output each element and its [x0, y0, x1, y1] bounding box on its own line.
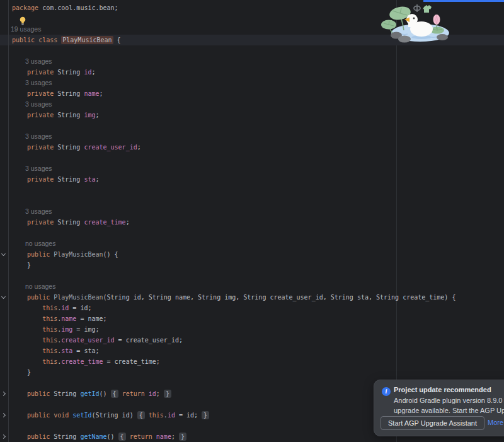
info-circle-icon: i — [382, 387, 391, 396]
fold-collapsed-icon[interactable] — [1, 434, 6, 439]
code-token: name — [61, 315, 76, 322]
code-token: img — [61, 326, 72, 333]
code-token: (String id) — [91, 412, 137, 419]
notification-body-line1: Android Gradle plugin version 8.9.0 has … — [394, 397, 504, 404]
code-token: String — [54, 90, 84, 97]
code-token: private — [12, 90, 54, 97]
editor-window: package com.cool.music.bean;19 usagespub… — [0, 0, 504, 442]
code-line[interactable]: this.name = name; — [0, 313, 504, 324]
intention-bulb-icon[interactable] — [19, 16, 26, 26]
code-token: } — [202, 411, 209, 419]
blank-line — [0, 45, 504, 56]
code-token: String — [54, 112, 84, 119]
code-token: String — [50, 433, 80, 440]
code-token: } — [12, 262, 31, 269]
code-token: this — [12, 347, 57, 354]
code-line[interactable]: this.id = id; — [0, 303, 504, 313]
code-token: } — [179, 433, 186, 441]
code-token: () { — [103, 251, 118, 258]
code-token: public — [12, 294, 50, 301]
usage-hint[interactable]: 3 usages — [0, 206, 504, 217]
code-token: = sta; — [72, 347, 99, 354]
code-token: return — [130, 433, 152, 440]
blank-line — [0, 270, 504, 281]
blank-line — [0, 120, 504, 131]
code-line[interactable]: private String name; — [0, 88, 504, 99]
code-line[interactable]: private String create_time; — [0, 217, 504, 228]
code-token: String — [54, 144, 84, 151]
usage-hint[interactable]: 3 usages — [0, 56, 504, 67]
code-line[interactable]: private String create_user_id; — [0, 142, 504, 153]
code-token: = create_time; — [103, 358, 160, 365]
code-token: this — [12, 315, 57, 322]
code-token: name — [84, 90, 99, 97]
notification-title: Project update recommended — [394, 386, 491, 393]
usage-hint[interactable]: 3 usages — [0, 78, 504, 88]
code-token: private — [12, 176, 54, 183]
code-token: ; — [137, 144, 141, 151]
blank-line — [0, 185, 504, 195]
code-token: ; — [95, 176, 99, 183]
tshirt-icon — [423, 5, 432, 13]
code-token: this — [12, 337, 57, 344]
code-token: this — [12, 326, 57, 333]
code-token: PlayMusicBean — [61, 36, 113, 44]
code-token: String — [54, 176, 84, 183]
fold-collapsed-icon[interactable] — [1, 392, 6, 396]
code-line[interactable]: private String sta; — [0, 174, 504, 185]
code-token: sta — [61, 347, 72, 354]
code-token: public — [12, 433, 50, 440]
code-token: (String id, String name, String img, Str… — [103, 294, 456, 301]
code-line[interactable]: public PlayMusicBean() { — [0, 249, 504, 260]
fold-expanded-icon[interactable] — [1, 252, 6, 256]
blank-line — [0, 195, 504, 206]
duck-pond-sticker — [376, 1, 467, 44]
code-token: this — [12, 358, 57, 365]
code-line[interactable]: } — [0, 260, 504, 270]
code-token: } — [164, 390, 171, 398]
fold-expanded-icon[interactable] — [1, 294, 6, 299]
code-line[interactable]: private String id; — [0, 67, 504, 78]
code-token: create_time — [84, 219, 125, 226]
code-line[interactable]: private String img; — [0, 110, 504, 120]
code-token: { — [118, 433, 126, 441]
blank-line — [0, 228, 504, 238]
code-token: img — [84, 112, 95, 119]
usage-hint[interactable]: 3 usages — [0, 131, 504, 142]
code-token: public — [12, 390, 50, 397]
code-line[interactable]: this.create_user_id = create_user_id; — [0, 335, 504, 346]
code-line[interactable]: this.create_time = create_time; — [0, 356, 504, 367]
usage-hint[interactable]: no usages — [0, 281, 504, 292]
code-token: PlayMusicBean — [50, 294, 103, 301]
code-token: = img; — [72, 326, 99, 333]
code-token: ; — [91, 69, 95, 76]
code-line[interactable]: this.sta = sta; — [0, 346, 504, 356]
code-line[interactable]: } — [0, 367, 504, 378]
gutter-border — [8, 0, 9, 442]
code-token: this — [12, 305, 57, 311]
code-token: return — [122, 390, 145, 397]
code-token: = create_user_id; — [115, 337, 183, 344]
usage-hint[interactable]: 3 usages — [0, 163, 504, 174]
code-token: private — [12, 144, 54, 151]
code-token: = id; — [69, 305, 91, 311]
code-token: com.cool.music.bean; — [38, 4, 118, 11]
usage-hint[interactable]: no usages — [0, 238, 504, 249]
code-token: public void — [12, 412, 69, 419]
code-token: ; — [95, 112, 99, 119]
usage-hint[interactable]: 3 usages — [0, 99, 504, 110]
code-token: create_user_id — [61, 337, 114, 344]
notification-balloon: i Project update recommended Android Gra… — [374, 380, 504, 436]
start-agp-upgrade-assistant-button[interactable]: Start AGP Upgrade Assistant — [381, 416, 484, 430]
more-link[interactable]: More — [488, 419, 503, 426]
code-line[interactable]: this.img = img; — [0, 324, 504, 335]
code-token: create_time — [61, 358, 103, 365]
code-area: package com.cool.music.bean;19 usagespub… — [0, 0, 504, 442]
code-token: id — [149, 390, 156, 397]
code-token: id — [168, 412, 175, 419]
code-token: id — [61, 305, 69, 311]
fold-collapsed-icon[interactable] — [1, 413, 6, 417]
hanger-icon — [414, 4, 420, 12]
code-token: package — [12, 4, 38, 11]
code-line[interactable]: public PlayMusicBean(String id, String n… — [0, 292, 504, 303]
